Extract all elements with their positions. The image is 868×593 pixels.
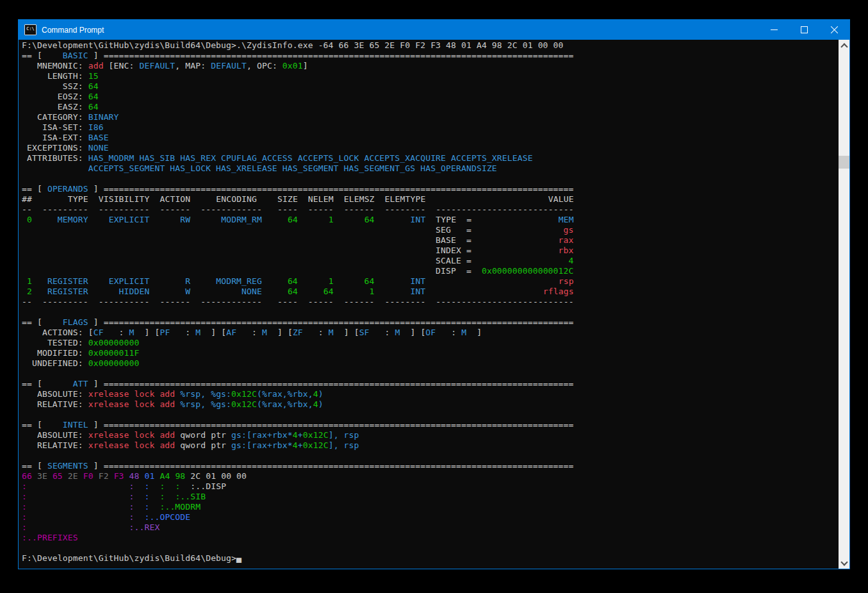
console-text-segment: 65 <box>53 471 68 481</box>
console-text-segment: ] <box>88 184 104 194</box>
scrollbar-track[interactable] <box>839 51 849 558</box>
console-text-segment: ----- <box>308 297 334 306</box>
console-text-segment <box>375 276 411 286</box>
console-line: CATEGORY: BINARY <box>22 112 839 122</box>
console-line: RELATIVE: xrelease lock add qword ptr gs… <box>22 440 839 451</box>
console-text-segment: ATTRIBUTES: <box>22 153 88 163</box>
console-text-segment <box>149 492 160 501</box>
console-line: RELATIVE: xrelease lock add %rsp, %gs:0x… <box>22 399 839 410</box>
console-line: 66 3E 65 2E F0 F2 F3 48 01 A4 98 2C 01 0… <box>22 471 839 481</box>
console-line: MNEMONIC: add [ENC: DEFAULT, MAP: DEFAUL… <box>22 61 839 71</box>
console-text-segment: F:\Development\GitHub\zydis\Build64\Debu… <box>22 553 236 563</box>
console-text-segment: EXPLICIT <box>109 276 150 286</box>
console-text-segment <box>22 215 27 224</box>
console-text-segment: 64 <box>288 276 298 286</box>
console-text-segment <box>190 205 201 214</box>
console-text-segment: gs <box>564 225 574 235</box>
console-text-segment <box>334 194 344 204</box>
console-line: EXCEPTIONS: NONE <box>22 143 839 153</box>
console-text-segment: MODRM_RM <box>221 215 262 224</box>
console-text-segment: :..REX <box>129 522 160 532</box>
close-icon <box>830 26 839 34</box>
console-text-segment <box>334 287 370 296</box>
console-text-segment: ▄ <box>236 553 242 563</box>
console-text-segment <box>375 287 411 296</box>
console-text-segment <box>425 287 543 296</box>
console-text-segment <box>27 512 129 522</box>
console-text-segment: UNDEFINED: <box>22 358 88 368</box>
console-text-segment: 2E <box>68 471 83 481</box>
console-text-segment <box>149 215 180 224</box>
console-text-segment <box>149 502 160 512</box>
console-text-segment: : <box>22 502 27 512</box>
console-text-segment: 0x12C <box>303 440 329 450</box>
console-text-segment: INT <box>410 215 425 224</box>
console-text-segment: 64 <box>88 92 99 101</box>
console-text-segment: EXCEPTIONS: <box>22 143 88 153</box>
console-text-segment: 66 <box>22 471 37 481</box>
console-text-segment: OF <box>425 328 436 337</box>
console-text-segment: [ENC: <box>104 61 140 71</box>
console-text-segment: == [ <box>22 317 42 327</box>
console-text-segment <box>22 287 27 296</box>
console-text-segment <box>149 205 160 214</box>
console-text-segment: CF <box>94 328 104 337</box>
console-text-segment <box>27 502 129 512</box>
console-text-segment: LENGTH: <box>22 71 88 81</box>
console-text-segment: :..OPCODE <box>144 512 190 522</box>
cmd-icon[interactable]: C:\ <box>24 24 37 35</box>
console-text-segment: ] <box>88 420 104 430</box>
console-text-segment <box>425 297 436 306</box>
console-text-segment: 48 <box>129 471 145 481</box>
console-text-segment: ] <box>88 51 104 60</box>
console-text-segment <box>165 481 175 491</box>
console-text-segment: RW <box>180 215 190 224</box>
console-line: EASZ: 64 <box>22 102 839 112</box>
console-text-segment: : <box>104 328 129 337</box>
console-text-segment: CATEGORY: <box>22 112 88 122</box>
console-text-segment: :..MODRM <box>160 502 201 512</box>
console-text-segment <box>471 246 559 255</box>
scroll-down-button[interactable] <box>839 558 849 569</box>
console-line: ## TYPE VISIBILITY ACTION ENCODING SIZE … <box>22 194 839 205</box>
console-text-segment: BINARY <box>88 112 119 122</box>
scroll-up-button[interactable] <box>839 40 849 51</box>
console-text-segment <box>149 287 185 296</box>
console-text-segment: ---------- <box>99 205 150 214</box>
console-text-segment <box>375 205 385 214</box>
scrollbar[interactable] <box>839 40 849 569</box>
console-text-segment: (%rax,%rbx, <box>257 389 313 399</box>
console-text-segment: ------ <box>160 205 190 214</box>
console-text-segment <box>190 276 216 286</box>
minimize-button[interactable] <box>759 20 789 40</box>
scrollbar-thumb[interactable] <box>839 156 849 169</box>
console-text-segment: rax <box>559 235 574 245</box>
console-text-segment: ========================================… <box>104 184 574 194</box>
console-text-segment: ] <box>88 379 104 388</box>
maximize-button[interactable] <box>789 20 819 40</box>
console-text-segment <box>425 194 548 204</box>
console-text-segment: ] <box>88 461 104 471</box>
console-text-segment: REGISTER <box>47 276 88 286</box>
console-text-segment <box>88 215 109 224</box>
console-text-segment: 2C 01 00 00 <box>190 471 247 481</box>
console-text-segment: ) <box>318 389 323 399</box>
console-text-segment <box>180 481 190 491</box>
console-line: INDEX = rbx <box>22 246 839 256</box>
console-text-segment <box>88 297 99 306</box>
console-text-segment: NONE <box>88 143 109 153</box>
window-title: Command Prompt <box>42 26 104 35</box>
console-line: SEG = gs <box>22 225 839 235</box>
console-text-segment <box>262 276 288 286</box>
console-output[interactable]: F:\Development\GitHub\zydis\Build64\Debu… <box>19 40 839 569</box>
console-line: == [ SEGMENTS ] ========================… <box>22 461 839 471</box>
titlebar[interactable]: C:\ Command Prompt <box>19 20 849 40</box>
console-text-segment: : <box>22 492 27 501</box>
console-text-segment: 0x0000011F <box>88 348 140 358</box>
close-button[interactable] <box>819 20 849 40</box>
console-text-segment <box>22 256 436 265</box>
console-text-segment <box>471 215 559 224</box>
console-text-segment: 3E <box>37 471 53 481</box>
console-text-segment: REGISTER <box>47 287 88 296</box>
console-text-segment: ACCEPTS_SEGMENT HAS_LOCK HAS_XRELEASE HA… <box>88 163 497 173</box>
